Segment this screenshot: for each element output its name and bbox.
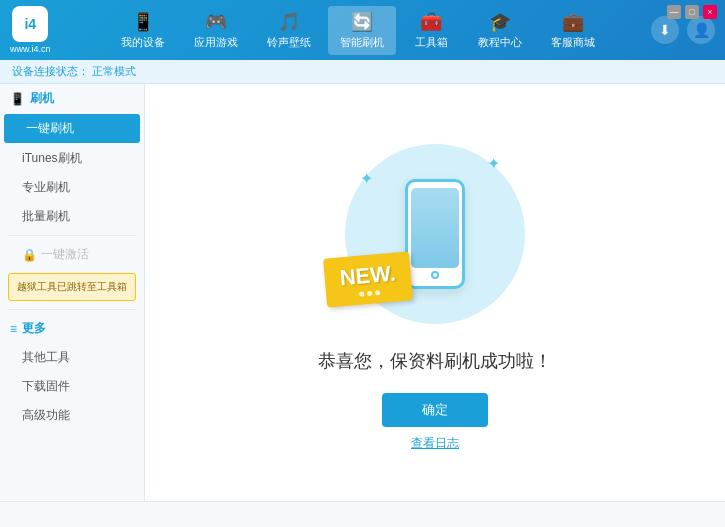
nav-service[interactable]: 💼 客服商城 <box>539 6 607 55</box>
notice-text: 越狱工具已跳转至工具箱 <box>17 281 127 292</box>
banner-dot-3 <box>375 290 380 295</box>
sidebar-item-other-tools[interactable]: 其他工具 <box>0 343 144 372</box>
activate-section-label: 一键激活 <box>41 246 89 263</box>
banner-dot-1 <box>359 291 364 296</box>
phone-body <box>405 179 465 289</box>
nav-ringtone[interactable]: 🎵 铃声壁纸 <box>255 6 323 55</box>
more-section-label: 更多 <box>22 320 46 337</box>
tutorial-label: 教程中心 <box>478 35 522 50</box>
ringtone-icon: 🎵 <box>278 11 300 33</box>
window-controls: — □ × <box>667 5 717 19</box>
banner-dot-2 <box>367 290 372 295</box>
nav-toolbox[interactable]: 🧰 工具箱 <box>401 6 461 55</box>
maximize-button[interactable]: □ <box>685 5 699 19</box>
app-logo[interactable]: i4 www.i4.cn <box>10 6 51 54</box>
sidebar-section-more: ≡ 更多 <box>0 314 144 343</box>
service-icon: 💼 <box>562 11 584 33</box>
tutorial-icon: 🎓 <box>489 11 511 33</box>
download-icon: ⬇ <box>659 22 671 38</box>
phone-illustration: ✦ ✦ NEW. <box>335 134 535 334</box>
breadcrumb: 设备连接状态： 正常模式 <box>0 60 725 84</box>
logo-icon: i4 <box>12 6 48 42</box>
nav-tutorial[interactable]: 🎓 教程中心 <box>466 6 534 55</box>
smart-flash-label: 智能刷机 <box>340 35 384 50</box>
breadcrumb-status: 正常模式 <box>92 65 136 77</box>
service-label: 客服商城 <box>551 35 595 50</box>
apps-label: 应用游戏 <box>194 35 238 50</box>
toolbox-label: 工具箱 <box>415 35 448 50</box>
sidebar-item-advanced[interactable]: 高级功能 <box>0 401 144 430</box>
breadcrumb-prefix: 设备连接状态： <box>12 65 89 77</box>
nav-my-device[interactable]: 📱 我的设备 <box>109 6 177 55</box>
main-layout: 📱 刷机 一键刷机 iTunes刷机 专业刷机 批量刷机 🔒 一键激活 越狱工具… <box>0 84 725 501</box>
phone-home-button <box>431 271 439 279</box>
lock-icon: 🔒 <box>22 248 37 262</box>
toolbox-icon: 🧰 <box>420 11 442 33</box>
confirm-button[interactable]: 确定 <box>382 393 488 427</box>
logo-url: www.i4.cn <box>10 44 51 54</box>
sidebar-item-pro-flash[interactable]: 专业刷机 <box>0 173 144 202</box>
banner-text: NEW. <box>339 260 397 291</box>
sidebar-notice-jailbreak: 越狱工具已跳转至工具箱 <box>8 273 136 301</box>
sidebar: 📱 刷机 一键刷机 iTunes刷机 专业刷机 批量刷机 🔒 一键激活 越狱工具… <box>0 84 145 501</box>
sidebar-item-download-firmware[interactable]: 下载固件 <box>0 372 144 401</box>
main-content: ✦ ✦ NEW. 恭喜您，保资料刷机成功啦！ 确定 查看日志 <box>145 84 725 501</box>
sidebar-item-onekey-flash[interactable]: 一键刷机 <box>4 114 140 143</box>
new-banner: NEW. <box>323 251 413 307</box>
my-device-icon: 📱 <box>132 11 154 33</box>
sidebar-section-flash: 📱 刷机 <box>0 84 144 113</box>
ringtone-label: 铃声壁纸 <box>267 35 311 50</box>
user-icon: 👤 <box>693 22 710 38</box>
minimize-button[interactable]: — <box>667 5 681 19</box>
apps-icon: 🎮 <box>205 11 227 33</box>
more-section-icon: ≡ <box>10 322 17 336</box>
flash-section-icon: 📱 <box>10 92 25 106</box>
header: i4 www.i4.cn 📱 我的设备 🎮 应用游戏 🎵 铃声壁纸 🔄 智能刷机 <box>0 0 725 60</box>
download-button[interactable]: ⬇ <box>651 16 679 44</box>
user-button[interactable]: 👤 <box>687 16 715 44</box>
sidebar-item-batch-flash[interactable]: 批量刷机 <box>0 202 144 231</box>
close-button[interactable]: × <box>703 5 717 19</box>
sidebar-section-activate: 🔒 一键激活 <box>0 240 144 269</box>
success-message: 恭喜您，保资料刷机成功啦！ <box>318 349 552 373</box>
sparkle-icon-1: ✦ <box>487 154 500 173</box>
nav-apps[interactable]: 🎮 应用游戏 <box>182 6 250 55</box>
header-actions: ⬇ 👤 <box>651 16 715 44</box>
phone-screen <box>411 188 459 268</box>
smart-flash-icon: 🔄 <box>351 11 373 33</box>
nav-bar: 📱 我的设备 🎮 应用游戏 🎵 铃声壁纸 🔄 智能刷机 🧰 工具箱 🎓 <box>66 6 651 55</box>
flash-section-label: 刷机 <box>30 90 54 107</box>
sidebar-divider-2 <box>8 309 136 310</box>
sidebar-item-itunes-flash[interactable]: iTunes刷机 <box>0 144 144 173</box>
sparkle-icon-2: ✦ <box>360 169 373 188</box>
device-bar: 自动激活 跳过向导 📱 iPhone 15 Pro Max 512GB iPho… <box>0 501 725 527</box>
view-log-link[interactable]: 查看日志 <box>411 435 459 452</box>
my-device-label: 我的设备 <box>121 35 165 50</box>
nav-smart-flash[interactable]: 🔄 智能刷机 <box>328 6 396 55</box>
sidebar-divider-1 <box>8 235 136 236</box>
